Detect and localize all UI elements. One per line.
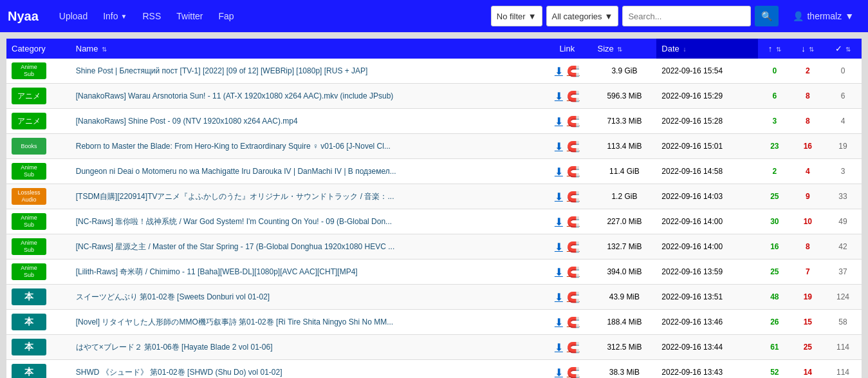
row-links: ⬇ 🧲 — [542, 184, 592, 209]
nav-fap[interactable]: Fap — [210, 0, 241, 32]
seeders-sort-icon: ⇅ — [776, 46, 781, 53]
col-leechers[interactable]: ↓ ⇅ — [791, 39, 824, 59]
row-date: 2022-09-16 13:44 — [656, 335, 758, 360]
row-seeders: 6 — [758, 84, 791, 109]
row-leechers: 4 — [791, 159, 824, 184]
magnet-link[interactable]: 🧲 — [567, 241, 580, 253]
row-category: Anime Sub — [6, 209, 71, 234]
nav-info[interactable]: Info ▼ — [95, 0, 134, 32]
table-row: アニメ [NanakoRaws] Warau Arsnotoria Sun! -… — [6, 84, 862, 109]
nav-rss[interactable]: RSS — [134, 0, 169, 32]
magnet-link[interactable]: 🧲 — [567, 140, 580, 153]
row-size: 227.0 MiB — [593, 209, 657, 234]
download-link[interactable]: ⬇ — [555, 291, 563, 303]
row-completed: 37 — [824, 260, 862, 285]
magnet-link[interactable]: 🧲 — [567, 341, 580, 354]
leechers-sort-icon: ⇅ — [809, 46, 814, 53]
download-link[interactable]: ⬇ — [555, 241, 563, 253]
row-name[interactable]: スイーツどんぶり 第01-02巻 [Sweets Donburi vol 01-… — [71, 285, 542, 310]
magnet-link[interactable]: 🧲 — [567, 65, 580, 77]
row-name[interactable]: [NC-Raws] 星源之主 / Master of the Star Spri… — [71, 234, 542, 260]
row-completed: 124 — [824, 285, 862, 310]
search-button[interactable]: 🔍 — [755, 6, 779, 26]
user-icon: 👤 — [793, 11, 804, 21]
download-link[interactable]: ⬇ — [555, 140, 563, 153]
col-completed[interactable]: ✓ ⇅ — [824, 39, 862, 59]
row-name[interactable]: Shine Post | Блестящий пост [TV-1] [2022… — [71, 59, 542, 84]
download-link[interactable]: ⬇ — [555, 266, 563, 278]
row-category: 本 — [6, 335, 71, 360]
user-menu[interactable]: 👤 thermalz ▼ — [786, 11, 860, 21]
download-link[interactable]: ⬇ — [555, 65, 563, 77]
row-seeders: 48 — [758, 285, 791, 310]
search-group: No filter ▼ All categories ▼ 🔍 — [491, 6, 779, 26]
table-row: Anime Sub Shine Post | Блестящий пост [T… — [6, 59, 862, 84]
row-date: 2022-09-16 14:00 — [656, 209, 758, 234]
row-leechers: 8 — [791, 234, 824, 260]
row-size: 11.4 GiB — [593, 159, 657, 184]
row-seeders: 26 — [758, 310, 791, 335]
download-link[interactable]: ⬇ — [555, 191, 563, 203]
magnet-link[interactable]: 🧲 — [567, 266, 580, 278]
magnet-link[interactable]: 🧲 — [567, 191, 580, 203]
download-link[interactable]: ⬇ — [555, 316, 563, 328]
row-name[interactable]: [TSDM自購][220914]TVアニメ『よふかしのうた』オリジナル・サウンド… — [71, 184, 542, 209]
download-link[interactable]: ⬇ — [555, 216, 563, 228]
row-leechers: 25 — [791, 335, 824, 360]
row-completed: 6 — [824, 84, 862, 109]
magnet-link[interactable]: 🧲 — [567, 216, 580, 228]
col-date[interactable]: Date ↓ — [656, 39, 758, 59]
username: thermalz — [807, 11, 842, 21]
row-category: Anime Sub — [6, 59, 71, 84]
row-name[interactable]: [NanakoRaws] Shine Post - 09 (NTV 1920x1… — [71, 109, 542, 134]
magnet-link[interactable]: 🧲 — [567, 90, 580, 102]
no-filter-dropdown[interactable]: No filter ▼ — [491, 6, 542, 26]
nav-upload[interactable]: Upload — [51, 0, 95, 32]
filter-caret-icon: ▼ — [528, 12, 537, 21]
row-name[interactable]: Reborn to Master the Blade: From Hero-Ki… — [71, 134, 542, 159]
nav-twitter[interactable]: Twitter — [169, 0, 210, 32]
row-size: 113.4 MiB — [593, 134, 657, 159]
info-caret-icon: ▼ — [121, 13, 127, 20]
table-row: Anime Sub Dungeon ni Deai o Motomeru no … — [6, 159, 862, 184]
row-name[interactable]: Dungeon ni Deai o Motomeru no wa Machiga… — [71, 159, 542, 184]
row-completed: 3 — [824, 159, 862, 184]
magnet-link[interactable]: 🧲 — [567, 366, 580, 379]
col-seeders[interactable]: ↑ ⇅ — [758, 39, 791, 59]
download-link[interactable]: ⬇ — [555, 115, 563, 128]
row-name[interactable]: [NanakoRaws] Warau Arsnotoria Sun! - 11 … — [71, 84, 542, 109]
row-completed: 49 — [824, 209, 862, 234]
magnet-link[interactable]: 🧲 — [567, 291, 580, 303]
col-size[interactable]: Size ⇅ — [593, 39, 657, 59]
row-seeders: 0 — [758, 59, 791, 84]
row-name[interactable]: [Novel] リタイヤした人形師のMMO機巧叙事詩 第01-02巻 [Ri T… — [71, 310, 542, 335]
table-row: 本 [Novel] リタイヤした人形師のMMO機巧叙事詩 第01-02巻 [Ri… — [6, 310, 862, 335]
row-links: ⬇ 🧲 — [542, 59, 592, 84]
row-name[interactable]: はやて×ブレード２ 第01-06巻 [Hayate Blade 2 vol 01… — [71, 335, 542, 360]
row-completed: 19 — [824, 134, 862, 159]
row-date: 2022-09-16 15:01 — [656, 134, 758, 159]
row-seeders: 2 — [758, 159, 791, 184]
col-name[interactable]: Name ⇅ — [71, 39, 542, 59]
row-seeders: 52 — [758, 360, 791, 379]
download-link[interactable]: ⬇ — [555, 165, 563, 178]
row-name[interactable]: [Lilith-Raws] 奇米萌 / Chimimo - 11 [Baha][… — [71, 260, 542, 285]
download-link[interactable]: ⬇ — [555, 341, 563, 354]
brand-link[interactable]: Nyaa — [8, 9, 39, 24]
search-input[interactable] — [622, 6, 751, 26]
row-category: Lossless Audio — [6, 184, 71, 209]
magnet-link[interactable]: 🧲 — [567, 165, 580, 178]
row-links: ⬇ 🧲 — [542, 310, 592, 335]
row-date: 2022-09-16 14:58 — [656, 159, 758, 184]
category-dropdown[interactable]: All categories ▼ — [546, 6, 619, 26]
row-name[interactable]: SHWD 《シュード》 第01-02巻 [SHWD (Shu Do) vol 0… — [71, 360, 542, 379]
row-size: 188.4 MiB — [593, 310, 657, 335]
table-row: 本 SHWD 《シュード》 第01-02巻 [SHWD (Shu Do) vol… — [6, 360, 862, 379]
table-row: 本 スイーツどんぶり 第01-02巻 [Sweets Donburi vol 0… — [6, 285, 862, 310]
row-size: 312.5 MiB — [593, 335, 657, 360]
magnet-link[interactable]: 🧲 — [567, 316, 580, 328]
magnet-link[interactable]: 🧲 — [567, 115, 580, 128]
download-link[interactable]: ⬇ — [555, 366, 563, 379]
row-name[interactable]: [NC-Raws] 靠你啦！战神系统 / War God System! I'm… — [71, 209, 542, 234]
download-link[interactable]: ⬇ — [555, 90, 563, 102]
